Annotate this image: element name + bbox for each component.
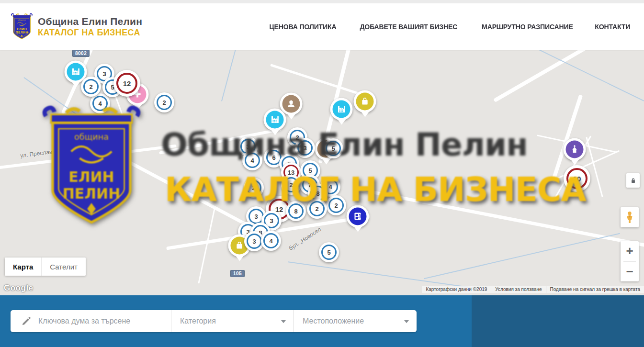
- street-view-pegman-button[interactable]: [621, 207, 639, 227]
- top-strip: [0, 0, 644, 3]
- road-number-badge: 8002: [72, 50, 90, 57]
- cluster-count: 2: [309, 201, 325, 216]
- map-type-satellite-button[interactable]: Сателит: [41, 257, 86, 276]
- map-pin-gas-station[interactable]: [347, 205, 369, 228]
- cluster-count: 5: [321, 245, 337, 260]
- worker-icon: [286, 99, 296, 109]
- church-icon: [570, 145, 580, 155]
- map-cluster-marker[interactable]: 2: [154, 92, 174, 112]
- chevron-down-icon: [404, 320, 409, 325]
- google-map[interactable]: ул. Преславбул. „Новосел8002105 43251222…: [0, 50, 644, 295]
- nav-item-add-business[interactable]: ДОБАВЕТЕ ВАШИЯТ БИЗНЕС: [360, 22, 457, 31]
- cluster-count: 2: [328, 198, 344, 213]
- map-cluster-marker[interactable]: 4: [261, 231, 281, 251]
- chevron-down-icon: [281, 320, 286, 325]
- map-water-line: [288, 261, 478, 289]
- nav-item-route-schedule[interactable]: МАРШРУТНО РАЗПИСАНИЕ: [482, 22, 573, 31]
- category-dropdown[interactable]: Категория: [171, 310, 294, 332]
- municipality-crest-logo: [11, 13, 33, 41]
- cluster-count: 5: [326, 141, 341, 156]
- map-cluster-marker[interactable]: 10: [564, 165, 590, 192]
- map-road: [198, 208, 215, 283]
- map-lock-button[interactable]: [626, 173, 640, 188]
- cluster-count: 4: [263, 233, 279, 248]
- map-pin-church[interactable]: [564, 138, 586, 161]
- keyword-input[interactable]: [38, 317, 158, 325]
- map-water-line: [424, 233, 620, 279]
- map-road: [493, 50, 632, 102]
- street-label: ул. Преслав: [20, 148, 53, 159]
- terms-of-use-link[interactable]: Условия за ползване: [491, 286, 545, 293]
- fuel-icon: [353, 212, 363, 222]
- map-pin-factory[interactable]: [330, 98, 353, 121]
- map-cluster-marker[interactable]: 5: [323, 138, 343, 158]
- map-cluster-marker[interactable]: 2: [81, 77, 101, 97]
- map-road: [359, 188, 644, 248]
- search-bar-right-panel: [472, 295, 644, 347]
- bag-icon: [235, 241, 245, 251]
- map-cluster-marker[interactable]: 2: [307, 199, 327, 219]
- header: Община Елин Пелин КАТАЛОГ НА БИЗНЕСА ЦЕН…: [0, 3, 644, 50]
- map-cluster-marker[interactable]: 5: [319, 242, 339, 262]
- map-cluster-marker[interactable]: 2: [244, 178, 264, 198]
- factory-icon: [337, 104, 347, 114]
- cluster-count: 8: [288, 203, 304, 219]
- map-type-map-button[interactable]: Карта: [5, 257, 41, 276]
- map-attribution: Картографски данни ©2019Условия за ползв…: [422, 286, 644, 293]
- cluster-count: 3: [247, 234, 262, 249]
- map-pin-factory[interactable]: [264, 109, 286, 131]
- watermark-crest: [41, 104, 142, 231]
- cluster-count: 2: [83, 79, 99, 94]
- factory-icon: [71, 67, 81, 77]
- map-cluster-marker[interactable]: 2: [281, 175, 301, 195]
- page: община ЕЛИН ПЕЛИН Община Елин Пелин КАТА…: [0, 0, 644, 347]
- google-logo[interactable]: Google: [4, 283, 34, 293]
- report-map-error-link[interactable]: Подаване на сигнал за грешка в картата: [546, 286, 644, 293]
- pegman-icon: [624, 211, 635, 224]
- nav-item-pricing[interactable]: ЦЕНОВА ПОЛИТИКА: [270, 22, 337, 31]
- factory-icon: [270, 115, 280, 125]
- nav-item-contacts[interactable]: КОНТАКТИ: [595, 22, 631, 31]
- map-cluster-marker[interactable]: 4: [242, 150, 262, 170]
- location-dropdown[interactable]: Местоположение: [294, 310, 417, 332]
- zoom-out-button[interactable]: −: [621, 262, 639, 282]
- cluster-count: 4: [92, 96, 108, 111]
- zoom-control: + −: [621, 241, 639, 281]
- cluster-count: 4: [245, 153, 260, 168]
- map-cluster-marker[interactable]: 12: [113, 70, 140, 97]
- location-dropdown-label: Местоположение: [303, 317, 364, 325]
- cluster-count: 2: [157, 95, 172, 110]
- keyword-field[interactable]: [11, 310, 171, 332]
- search-bar: Категория Местоположение ТЪРСЕНЕ: [0, 295, 644, 347]
- road-number-badge: 105: [230, 270, 245, 277]
- cluster-count: 2: [283, 177, 299, 192]
- map-water-line: [221, 50, 239, 101]
- brand-logo[interactable]: Община Елин Пелин КАТАЛОГ НА БИЗНЕСА: [11, 13, 142, 41]
- pencil-icon: [21, 316, 32, 326]
- map-pin-shopping[interactable]: [354, 90, 376, 113]
- category-dropdown-label: Категория: [180, 317, 216, 325]
- watermark-title: Община Елин Пелин: [161, 126, 528, 163]
- map-cluster-marker[interactable]: 2: [326, 195, 346, 215]
- bag-icon: [360, 97, 370, 107]
- cluster-count: 2: [246, 180, 261, 195]
- cluster-count: 12: [116, 73, 137, 94]
- lock-icon: [630, 177, 637, 184]
- map-type-control: Карта Сателит: [5, 257, 86, 276]
- site-subtitle: КАТАЛОГ НА БИЗНЕСА: [38, 28, 142, 38]
- zoom-in-button[interactable]: +: [621, 241, 639, 261]
- map-cluster-marker[interactable]: 8: [286, 201, 306, 221]
- cluster-count: 10: [566, 168, 588, 189]
- watermark-subtitle: КАТАЛОГ НА БИЗНЕСА: [165, 170, 586, 209]
- site-title: Община Елин Пелин: [38, 16, 142, 27]
- map-road: [270, 64, 362, 96]
- map-data-copyright: Картографски данни ©2019: [422, 286, 491, 293]
- search-field-group: Категория Местоположение: [11, 310, 417, 332]
- main-nav: ЦЕНОВА ПОЛИТИКА ДОБАВЕТЕ ВАШИЯТ БИЗНЕС М…: [267, 22, 632, 31]
- map-road: [159, 128, 282, 155]
- cluster-count: 3: [297, 140, 313, 156]
